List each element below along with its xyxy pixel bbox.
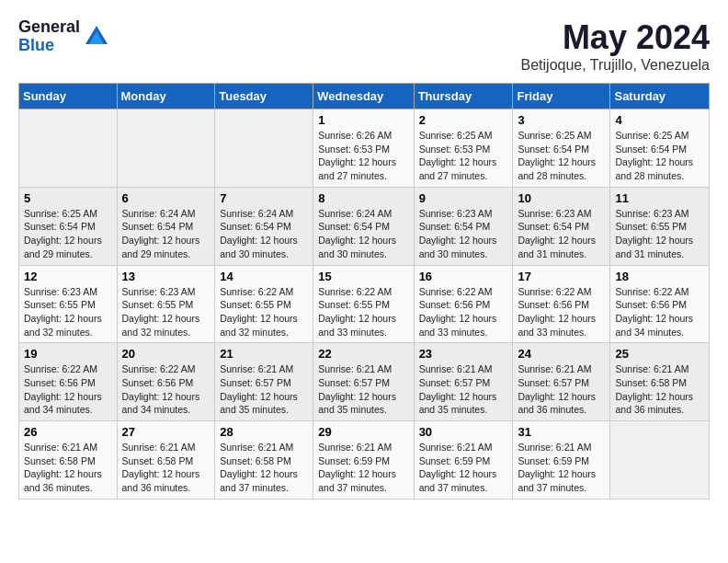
- calendar-cell: 23Sunrise: 6:21 AM Sunset: 6:57 PM Dayli…: [414, 343, 513, 421]
- calendar-cell: 31Sunrise: 6:21 AM Sunset: 6:59 PM Dayli…: [513, 421, 610, 500]
- calendar-cell: 27Sunrise: 6:21 AM Sunset: 6:58 PM Dayli…: [117, 421, 215, 500]
- day-number: 25: [615, 347, 704, 361]
- day-info: Sunrise: 6:24 AM Sunset: 6:54 PM Dayligh…: [318, 207, 408, 261]
- calendar-week-1: 1Sunrise: 6:26 AM Sunset: 6:53 PM Daylig…: [19, 109, 710, 188]
- day-info: Sunrise: 6:21 AM Sunset: 6:58 PM Dayligh…: [24, 441, 112, 495]
- calendar-week-4: 19Sunrise: 6:22 AM Sunset: 6:56 PM Dayli…: [19, 343, 710, 421]
- day-info: Sunrise: 6:21 AM Sunset: 6:57 PM Dayligh…: [318, 362, 408, 417]
- calendar-cell: 5Sunrise: 6:25 AM Sunset: 6:54 PM Daylig…: [19, 187, 118, 265]
- day-number: 6: [122, 191, 210, 205]
- day-number: 30: [419, 425, 508, 439]
- day-info: Sunrise: 6:22 AM Sunset: 6:56 PM Dayligh…: [419, 285, 508, 339]
- calendar-cell: 20Sunrise: 6:22 AM Sunset: 6:56 PM Dayli…: [117, 343, 215, 421]
- day-number: 24: [518, 347, 605, 361]
- calendar-table: SundayMondayTuesdayWednesdayThursdayFrid…: [18, 83, 710, 500]
- calendar-cell: 15Sunrise: 6:22 AM Sunset: 6:55 PM Dayli…: [313, 265, 414, 343]
- calendar-week-3: 12Sunrise: 6:23 AM Sunset: 6:55 PM Dayli…: [19, 265, 710, 343]
- day-number: 29: [318, 425, 408, 439]
- day-info: Sunrise: 6:21 AM Sunset: 6:59 PM Dayligh…: [419, 441, 508, 495]
- calendar-header-row: SundayMondayTuesdayWednesdayThursdayFrid…: [19, 84, 710, 109]
- day-header-tuesday: Tuesday: [215, 84, 313, 109]
- calendar-cell: 6Sunrise: 6:24 AM Sunset: 6:54 PM Daylig…: [117, 187, 215, 265]
- logo: General Blue: [18, 18, 109, 55]
- day-number: 27: [122, 425, 210, 439]
- logo-blue-text: Blue: [18, 37, 80, 55]
- day-number: 18: [615, 270, 704, 283]
- day-number: 22: [318, 347, 408, 361]
- day-number: 28: [220, 425, 308, 439]
- day-number: 10: [518, 191, 605, 205]
- calendar-cell: 28Sunrise: 6:21 AM Sunset: 6:58 PM Dayli…: [215, 421, 313, 500]
- calendar-cell: 30Sunrise: 6:21 AM Sunset: 6:59 PM Dayli…: [414, 421, 513, 500]
- day-info: Sunrise: 6:22 AM Sunset: 6:56 PM Dayligh…: [615, 285, 704, 339]
- calendar-cell: 19Sunrise: 6:22 AM Sunset: 6:56 PM Dayli…: [19, 343, 118, 421]
- calendar-cell: 13Sunrise: 6:23 AM Sunset: 6:55 PM Dayli…: [117, 265, 215, 343]
- day-info: Sunrise: 6:21 AM Sunset: 6:57 PM Dayligh…: [419, 362, 508, 417]
- calendar-week-2: 5Sunrise: 6:25 AM Sunset: 6:54 PM Daylig…: [19, 187, 710, 265]
- day-info: Sunrise: 6:25 AM Sunset: 6:54 PM Dayligh…: [615, 129, 704, 183]
- calendar-cell: 12Sunrise: 6:23 AM Sunset: 6:55 PM Dayli…: [19, 265, 118, 343]
- calendar-cell: 9Sunrise: 6:23 AM Sunset: 6:54 PM Daylig…: [414, 187, 513, 265]
- day-info: Sunrise: 6:22 AM Sunset: 6:56 PM Dayligh…: [518, 285, 605, 339]
- day-info: Sunrise: 6:22 AM Sunset: 6:56 PM Dayligh…: [24, 362, 112, 417]
- day-number: 12: [24, 270, 112, 283]
- day-info: Sunrise: 6:23 AM Sunset: 6:55 PM Dayligh…: [615, 207, 704, 261]
- calendar-cell: 10Sunrise: 6:23 AM Sunset: 6:54 PM Dayli…: [513, 187, 610, 265]
- logo-general-text: General: [18, 18, 80, 37]
- calendar-cell: 3Sunrise: 6:25 AM Sunset: 6:54 PM Daylig…: [513, 109, 610, 188]
- day-number: 16: [419, 270, 508, 283]
- calendar-cell: [215, 109, 313, 188]
- day-header-thursday: Thursday: [414, 84, 513, 109]
- day-number: 1: [318, 113, 408, 127]
- day-info: Sunrise: 6:22 AM Sunset: 6:55 PM Dayligh…: [220, 285, 308, 339]
- day-info: Sunrise: 6:24 AM Sunset: 6:54 PM Dayligh…: [122, 207, 210, 261]
- calendar-cell: 17Sunrise: 6:22 AM Sunset: 6:56 PM Dayli…: [513, 265, 610, 343]
- calendar-cell: 2Sunrise: 6:25 AM Sunset: 6:53 PM Daylig…: [414, 109, 513, 188]
- day-number: 5: [24, 191, 112, 205]
- day-number: 23: [419, 347, 508, 361]
- day-header-saturday: Saturday: [610, 84, 710, 109]
- calendar-cell: [610, 421, 710, 500]
- day-info: Sunrise: 6:24 AM Sunset: 6:54 PM Dayligh…: [220, 207, 308, 261]
- day-header-monday: Monday: [117, 84, 215, 109]
- calendar-cell: 14Sunrise: 6:22 AM Sunset: 6:55 PM Dayli…: [215, 265, 313, 343]
- calendar-cell: 26Sunrise: 6:21 AM Sunset: 6:58 PM Dayli…: [19, 421, 118, 500]
- day-info: Sunrise: 6:25 AM Sunset: 6:54 PM Dayligh…: [518, 129, 605, 183]
- day-number: 7: [220, 191, 308, 205]
- day-number: 21: [220, 347, 308, 361]
- main-title: May 2024: [521, 18, 710, 57]
- day-info: Sunrise: 6:21 AM Sunset: 6:59 PM Dayligh…: [518, 441, 605, 495]
- day-number: 2: [419, 113, 508, 127]
- day-number: 15: [318, 270, 408, 283]
- day-number: 17: [518, 270, 605, 283]
- calendar-cell: 7Sunrise: 6:24 AM Sunset: 6:54 PM Daylig…: [215, 187, 313, 265]
- day-number: 19: [24, 347, 112, 361]
- calendar-cell: 11Sunrise: 6:23 AM Sunset: 6:55 PM Dayli…: [610, 187, 710, 265]
- calendar-cell: 16Sunrise: 6:22 AM Sunset: 6:56 PM Dayli…: [414, 265, 513, 343]
- subtitle: Betijoque, Trujillo, Venezuela: [521, 57, 710, 74]
- day-info: Sunrise: 6:25 AM Sunset: 6:54 PM Dayligh…: [24, 207, 112, 261]
- day-number: 14: [220, 270, 308, 283]
- calendar-cell: 1Sunrise: 6:26 AM Sunset: 6:53 PM Daylig…: [313, 109, 414, 188]
- calendar-cell: 4Sunrise: 6:25 AM Sunset: 6:54 PM Daylig…: [610, 109, 710, 188]
- day-info: Sunrise: 6:22 AM Sunset: 6:55 PM Dayligh…: [318, 285, 408, 339]
- calendar-cell: 8Sunrise: 6:24 AM Sunset: 6:54 PM Daylig…: [313, 187, 414, 265]
- title-section: May 2024 Betijoque, Trujillo, Venezuela: [521, 18, 710, 74]
- day-info: Sunrise: 6:23 AM Sunset: 6:55 PM Dayligh…: [122, 285, 210, 339]
- day-number: 4: [615, 113, 704, 127]
- calendar-cell: 25Sunrise: 6:21 AM Sunset: 6:58 PM Dayli…: [610, 343, 710, 421]
- day-info: Sunrise: 6:21 AM Sunset: 6:59 PM Dayligh…: [318, 441, 408, 495]
- day-info: Sunrise: 6:23 AM Sunset: 6:54 PM Dayligh…: [419, 207, 508, 261]
- day-number: 31: [518, 425, 605, 439]
- day-number: 11: [615, 191, 704, 205]
- calendar-cell: 18Sunrise: 6:22 AM Sunset: 6:56 PM Dayli…: [610, 265, 710, 343]
- day-number: 9: [419, 191, 508, 205]
- day-info: Sunrise: 6:21 AM Sunset: 6:58 PM Dayligh…: [122, 441, 210, 495]
- logo-icon: [84, 24, 109, 50]
- day-info: Sunrise: 6:22 AM Sunset: 6:56 PM Dayligh…: [122, 362, 210, 417]
- day-info: Sunrise: 6:21 AM Sunset: 6:57 PM Dayligh…: [518, 362, 605, 417]
- calendar-cell: 29Sunrise: 6:21 AM Sunset: 6:59 PM Dayli…: [313, 421, 414, 500]
- calendar-cell: 22Sunrise: 6:21 AM Sunset: 6:57 PM Dayli…: [313, 343, 414, 421]
- day-header-wednesday: Wednesday: [313, 84, 414, 109]
- day-header-sunday: Sunday: [19, 84, 118, 109]
